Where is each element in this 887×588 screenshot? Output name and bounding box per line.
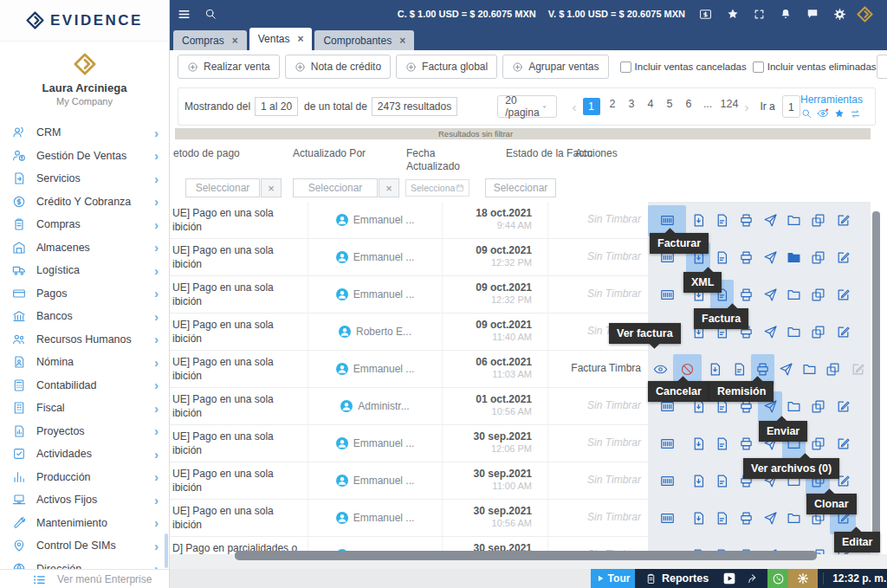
sidebar-item-direccion[interactable]: Dirección›	[0, 558, 169, 570]
column-visibility-icon[interactable]	[817, 107, 829, 120]
sidebar-item-produccion[interactable]: Producción›	[0, 466, 169, 489]
remision-icon[interactable]	[734, 205, 758, 236]
editar-icon[interactable]	[830, 242, 856, 274]
video-icon[interactable]	[722, 572, 736, 585]
sidebar-scrollbar[interactable]	[165, 533, 168, 568]
page-number-6[interactable]: 6	[683, 98, 696, 115]
settings-button[interactable]	[788, 569, 818, 588]
sidebar-item-almacenes[interactable]: Almacenes›	[0, 236, 169, 260]
factura-icon[interactable]	[710, 429, 734, 460]
checkbox-ventas-eliminadas[interactable]: Incluir ventas eliminadas	[753, 61, 877, 73]
xml-icon[interactable]	[686, 205, 710, 236]
page-number-1[interactable]: 1	[583, 98, 600, 115]
realizar-venta-button[interactable]: Realizar venta	[178, 55, 280, 79]
fullscreen-icon[interactable]	[754, 9, 765, 20]
clonar-icon[interactable]	[821, 354, 845, 385]
remision-icon[interactable]	[734, 429, 758, 460]
forward-arrow-icon[interactable]	[747, 572, 760, 585]
clonar-icon[interactable]	[806, 205, 830, 236]
nota-credito-button[interactable]: Nota de crédito	[285, 55, 391, 79]
tab-ventas[interactable]: Ventas ×	[249, 28, 313, 50]
remision-icon[interactable]	[734, 503, 758, 534]
sidebar-item-control-de-sims[interactable]: Control De SIMs›	[0, 534, 169, 558]
enviar-icon[interactable]	[774, 354, 798, 385]
sidebar-item-credito-y-cobranza[interactable]: Crédito Y Cobranza›	[0, 191, 169, 214]
enterprise-menu-button[interactable]: Ver menú Enterprise	[0, 569, 170, 588]
archivos-icon[interactable]	[782, 205, 806, 236]
xml-icon[interactable]	[686, 503, 710, 534]
sidebar-item-logistica[interactable]: Logística›	[0, 259, 169, 282]
sidebar-item-pagos[interactable]: Pagos›	[0, 282, 169, 306]
whatsapp-button[interactable]	[767, 569, 788, 588]
zoom-search-icon[interactable]	[801, 108, 812, 119]
checkbox-icon[interactable]	[620, 61, 631, 73]
search-icon[interactable]	[204, 8, 217, 20]
facturar-icon[interactable]	[648, 503, 686, 534]
sidebar-item-recursos-humanos[interactable]: Recursos Humanos›	[0, 328, 169, 352]
gear-icon[interactable]	[833, 8, 846, 21]
cancelar-ventas-button[interactable]: Cancelar Ventas	[877, 55, 887, 79]
editar-icon[interactable]	[830, 391, 856, 423]
star-icon[interactable]	[727, 8, 739, 20]
xml-icon[interactable]	[686, 429, 710, 460]
archivos-icon[interactable]	[782, 503, 806, 534]
enviar-icon[interactable]	[758, 317, 782, 348]
swap-icon[interactable]	[850, 108, 861, 120]
page-number-5[interactable]: 5	[664, 98, 677, 115]
clonar-icon[interactable]	[806, 280, 830, 311]
editar-icon[interactable]	[830, 280, 856, 311]
page-number-4[interactable]: 4	[644, 98, 657, 115]
facturar-icon[interactable]	[648, 429, 686, 460]
sidebar-item-servicios[interactable]: Servicios›	[0, 167, 169, 191]
sidebar-item-bancos[interactable]: Bancos›	[0, 305, 169, 328]
reportes-button[interactable]: Reportes	[645, 572, 709, 585]
close-icon[interactable]: ×	[232, 36, 238, 46]
filter-actualizado-por[interactable]: Seleccionar	[293, 178, 378, 197]
menu-icon[interactable]	[178, 8, 191, 21]
money-icon[interactable]	[699, 8, 712, 21]
clear-filter-icon[interactable]: ×	[261, 178, 282, 197]
factura-icon[interactable]	[710, 466, 734, 497]
factura-icon[interactable]	[710, 242, 734, 274]
remision-icon[interactable]	[734, 242, 758, 274]
close-icon[interactable]: ×	[399, 36, 405, 46]
checkbox-ventas-canceladas[interactable]: Incluir ventas canceladas	[620, 61, 747, 73]
xml-icon[interactable]	[686, 466, 710, 497]
sidebar-item-crm[interactable]: CRM›	[0, 121, 169, 145]
tab-compras[interactable]: Compras ×	[173, 30, 247, 50]
chat-icon[interactable]	[806, 8, 819, 20]
sidebar-item-fiscal[interactable]: Fiscal›	[0, 397, 169, 420]
factura-icon[interactable]	[710, 503, 734, 534]
editar-icon[interactable]	[830, 317, 856, 348]
goto-input[interactable]: 1	[782, 95, 800, 118]
enviar-icon[interactable]	[758, 503, 782, 534]
bell-icon[interactable]	[780, 8, 792, 20]
enviar-icon[interactable]	[758, 205, 782, 236]
sidebar-item-mantenimiento[interactable]: Mantenimiento›	[0, 512, 169, 535]
archivos-icon[interactable]	[782, 280, 806, 311]
facturar-icon[interactable]	[648, 280, 686, 311]
enviar-icon[interactable]	[758, 280, 782, 311]
remision-icon[interactable]	[734, 280, 758, 311]
archivos-icon[interactable]	[782, 242, 806, 274]
clonar-icon[interactable]	[806, 317, 830, 348]
factura-global-button[interactable]: Factura global	[396, 55, 497, 79]
clonar-icon[interactable]	[806, 391, 830, 423]
favorites-icon[interactable]	[834, 108, 845, 119]
page-number-124[interactable]: 124	[721, 98, 739, 115]
sidebar-item-activos-fijos[interactable]: Activos Fijos›	[0, 488, 169, 512]
agrupar-ventas-button[interactable]: Agrupar ventas	[502, 55, 608, 79]
sidebar-item-contabilidad[interactable]: Contabilidad›	[0, 374, 169, 397]
editar-icon[interactable]	[845, 354, 871, 385]
facturar-icon[interactable]	[648, 466, 686, 497]
clear-filter-icon[interactable]: ×	[379, 178, 399, 197]
editar-icon[interactable]	[830, 205, 856, 236]
sidebar-item-proyectos[interactable]: Proyectos›	[0, 420, 169, 443]
sidebar-item-gestion-de-ventas[interactable]: Gestión De Ventas›	[0, 145, 169, 168]
per-page-select[interactable]: 20 /pagina	[497, 95, 556, 118]
page-number-3[interactable]: 3	[625, 98, 638, 115]
vertical-scrollbar[interactable]	[872, 211, 880, 547]
enviar-icon[interactable]	[758, 242, 782, 274]
archivos-icon[interactable]	[782, 317, 806, 348]
next-page-icon[interactable]: ›	[744, 100, 748, 113]
